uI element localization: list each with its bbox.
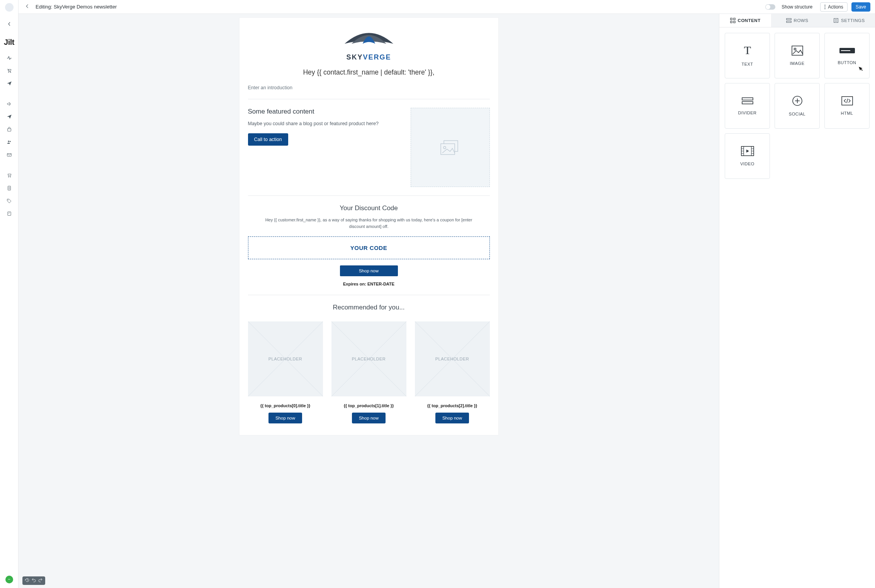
tab-settings[interactable]: SETTINGS xyxy=(823,14,875,27)
svg-point-14 xyxy=(825,6,826,7)
featured-heading[interactable]: Some featured content xyxy=(248,108,401,116)
show-structure-toggle[interactable] xyxy=(765,4,775,10)
redo-icon[interactable] xyxy=(38,578,43,584)
nav-cart-disabled-icon[interactable] xyxy=(7,68,12,75)
image-dropzone[interactable] xyxy=(411,108,490,187)
product-title[interactable]: {{ top_products[2].title }} xyxy=(415,403,490,408)
right-editor-panel: CONTENT ROWS SETTINGS T TEXT xyxy=(719,14,875,588)
discount-body[interactable]: Hey {{ customer.first_name }}, as a way … xyxy=(261,217,477,229)
history-controls xyxy=(22,576,45,585)
editor-canvas[interactable]: SKYVERGE Hey {{ contact.first_name | def… xyxy=(19,14,719,588)
product-title[interactable]: {{ top_products[1].title }} xyxy=(331,403,406,408)
nav-store-icon[interactable] xyxy=(7,127,12,133)
product-shop-button[interactable]: Shop now xyxy=(435,413,469,423)
block-button-label: BUTTON xyxy=(838,60,856,65)
actions-button[interactable]: Actions xyxy=(820,2,847,12)
product-card[interactable]: PLACEHOLDER {{ top_products[1].title }} … xyxy=(331,321,406,423)
block-text[interactable]: T TEXT xyxy=(725,33,770,78)
nav-receipts-icon[interactable] xyxy=(7,185,12,192)
panel-tabs: CONTENT ROWS SETTINGS xyxy=(719,14,875,27)
block-image[interactable]: IMAGE xyxy=(775,33,820,78)
block-video[interactable]: VIDEO xyxy=(725,133,770,179)
svg-rect-32 xyxy=(841,50,850,51)
nav-dashboard-icon[interactable] xyxy=(7,55,12,62)
help-chat-icon[interactable] xyxy=(5,576,13,583)
top-bar: Editing: SkyVerge Demos newsletter Show … xyxy=(19,0,875,14)
back-button[interactable] xyxy=(23,3,32,10)
block-social-label: SOCIAL xyxy=(789,112,805,116)
tab-content[interactable]: CONTENT xyxy=(719,14,771,27)
svg-rect-29 xyxy=(792,46,803,55)
product-title[interactable]: {{ top_products[0].title }} xyxy=(248,403,323,408)
nav-forms-icon[interactable] xyxy=(7,211,12,218)
block-divider-label: DIVIDER xyxy=(738,110,756,115)
email-preview[interactable]: SKYVERGE Hey {{ contact.first_name | def… xyxy=(240,18,498,435)
svg-rect-34 xyxy=(742,102,753,104)
svg-rect-25 xyxy=(834,19,838,23)
discount-code-box[interactable]: YOUR CODE xyxy=(248,236,490,259)
product-card[interactable]: PLACEHOLDER {{ top_products[0].title }} … xyxy=(248,321,323,423)
tab-rows[interactable]: ROWS xyxy=(771,14,823,27)
product-image-placeholder[interactable]: PLACEHOLDER xyxy=(331,321,406,396)
discount-section[interactable]: Your Discount Code Hey {{ customer.first… xyxy=(248,204,490,286)
tab-rows-label: ROWS xyxy=(794,18,809,23)
svg-rect-24 xyxy=(786,21,791,23)
nav-secondary-group xyxy=(7,101,12,159)
nav-tertiary-group xyxy=(7,173,12,218)
recommended-heading[interactable]: Recommended for you... xyxy=(248,304,490,311)
svg-rect-3 xyxy=(7,154,11,156)
product-image-placeholder[interactable]: PLACEHOLDER xyxy=(415,321,490,396)
nav-email-icon[interactable] xyxy=(7,152,12,159)
divider xyxy=(248,295,490,295)
discount-shop-button[interactable]: Shop now xyxy=(340,265,398,276)
block-button[interactable]: BUTTON xyxy=(824,33,870,78)
block-html[interactable]: HTML xyxy=(824,83,870,129)
content-blocks-grid: T TEXT IMAGE BUTTON xyxy=(719,27,875,184)
block-video-label: VIDEO xyxy=(740,161,754,166)
collapse-nav-icon[interactable] xyxy=(0,19,18,29)
history-icon[interactable] xyxy=(25,578,30,584)
svg-rect-19 xyxy=(730,18,732,20)
svg-rect-23 xyxy=(786,19,791,20)
nav-primary-group xyxy=(7,55,12,87)
actions-button-label: Actions xyxy=(828,4,843,10)
svg-rect-20 xyxy=(733,18,735,20)
nav-orders-icon[interactable] xyxy=(7,173,12,179)
block-html-label: HTML xyxy=(841,111,853,116)
product-shop-button[interactable]: Shop now xyxy=(268,413,302,423)
block-social[interactable]: SOCIAL xyxy=(775,83,820,129)
workspace-avatar[interactable] xyxy=(5,3,14,12)
save-button[interactable]: Save xyxy=(851,2,870,12)
product-card[interactable]: PLACEHOLDER {{ top_products[2].title }} … xyxy=(415,321,490,423)
recommended-section[interactable]: Recommended for you... PLACEHOLDER {{ to… xyxy=(248,304,490,423)
nav-send-icon[interactable] xyxy=(7,81,12,87)
left-nav-rail: Jilt xyxy=(0,0,19,588)
nav-people-icon[interactable] xyxy=(7,139,12,146)
nav-campaigns-icon[interactable] xyxy=(7,114,12,121)
svg-point-12 xyxy=(10,579,10,579)
featured-cta-button[interactable]: Call to action xyxy=(248,133,288,146)
svg-point-2 xyxy=(9,141,10,142)
discount-heading[interactable]: Your Discount Code xyxy=(248,204,490,212)
featured-content-row[interactable]: Some featured content Maybe you could sh… xyxy=(248,108,490,187)
svg-point-1 xyxy=(8,141,9,142)
undo-icon[interactable] xyxy=(31,578,36,584)
block-divider[interactable]: DIVIDER xyxy=(725,83,770,129)
nav-broadcasts-icon[interactable] xyxy=(7,101,12,108)
tab-content-label: CONTENT xyxy=(738,18,761,23)
discount-expires-label[interactable]: Expires on: ENTER-DATE xyxy=(248,282,490,286)
featured-body[interactable]: Maybe you could share a blog post or fea… xyxy=(248,120,401,127)
page-title: Editing: SkyVerge Demos newsletter xyxy=(36,4,117,10)
logo-block[interactable]: SKYVERGE xyxy=(248,25,490,62)
block-image-label: IMAGE xyxy=(790,61,805,66)
intro-placeholder-text[interactable]: Enter an introduction xyxy=(248,85,490,90)
svg-rect-9 xyxy=(7,212,10,215)
product-image-placeholder[interactable]: PLACEHOLDER xyxy=(248,321,323,396)
product-shop-button[interactable]: Shop now xyxy=(352,413,386,423)
divider xyxy=(248,99,490,99)
svg-text:T: T xyxy=(744,45,751,56)
greeting-text[interactable]: Hey {{ contact.first_name | default: 'th… xyxy=(248,68,490,76)
nav-tags-icon[interactable] xyxy=(7,198,12,205)
svg-rect-33 xyxy=(742,98,753,100)
save-button-label: Save xyxy=(856,4,866,10)
